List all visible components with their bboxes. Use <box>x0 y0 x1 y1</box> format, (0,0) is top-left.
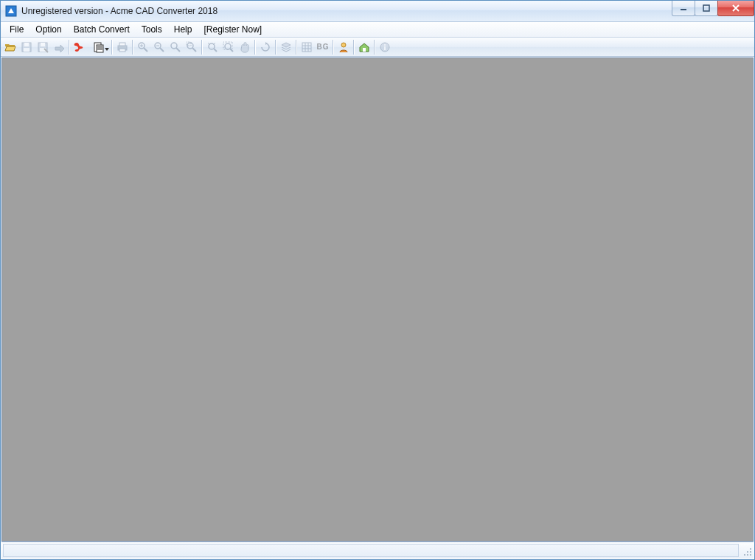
bg-icon: BG <box>317 43 330 51</box>
svg-point-16 <box>171 43 177 49</box>
zoom-selection-icon <box>223 41 234 53</box>
close-icon <box>731 4 740 12</box>
zoom-window-button[interactable] <box>184 39 200 55</box>
menu-batch-convert[interactable]: Batch Convert <box>68 23 136 36</box>
export-button[interactable] <box>51 39 67 55</box>
svg-rect-7 <box>41 43 45 46</box>
toolbar-separator <box>201 40 203 55</box>
zoom-out-button[interactable] <box>151 39 167 55</box>
app-icon <box>5 5 17 17</box>
titlebar[interactable]: Unregistered version - Acme CAD Converte… <box>1 1 754 22</box>
rotate-button[interactable] <box>257 39 274 55</box>
resize-grip-icon <box>742 546 752 556</box>
toolbar-separator <box>132 40 133 55</box>
menu-help[interactable]: Help <box>168 23 198 36</box>
svg-point-20 <box>225 43 231 49</box>
layers-icon <box>280 41 292 53</box>
svg-rect-22 <box>302 43 311 52</box>
zoom-icon <box>170 41 181 53</box>
toolbar-separator <box>296 40 297 55</box>
zoom-extents-button[interactable] <box>204 39 220 55</box>
window-title: Unregistered version - Acme CAD Converte… <box>21 6 218 16</box>
svg-point-30 <box>747 551 748 553</box>
svg-point-29 <box>750 551 751 553</box>
export-icon <box>53 41 65 53</box>
statusbar <box>1 542 754 559</box>
grid-button[interactable] <box>299 39 315 55</box>
menu-file[interactable]: File <box>4 23 29 36</box>
svg-rect-2 <box>703 5 709 11</box>
maximize-icon <box>703 4 710 12</box>
svg-rect-24 <box>363 48 366 52</box>
zoom-in-button[interactable] <box>135 39 151 55</box>
pan-button[interactable] <box>237 39 253 55</box>
convert-button[interactable] <box>88 39 110 55</box>
print-icon <box>116 41 128 53</box>
print-button[interactable] <box>114 39 131 55</box>
minimize-button[interactable] <box>672 1 695 16</box>
layers-button[interactable] <box>278 39 294 55</box>
chevron-down-icon <box>105 48 109 51</box>
zoom-out-icon <box>153 41 165 53</box>
svg-rect-5 <box>24 48 29 52</box>
svg-point-28 <box>750 548 751 550</box>
zoom-extents-icon <box>206 41 218 53</box>
convert-icon <box>93 41 105 53</box>
about-button[interactable] <box>377 39 393 55</box>
about-icon <box>379 41 391 53</box>
toolbar-separator <box>374 40 375 55</box>
zoom-in-icon <box>137 41 149 53</box>
pdf-button[interactable] <box>72 39 88 55</box>
toolbar-separator <box>69 40 70 55</box>
app-window: Unregistered version - Acme CAD Converte… <box>0 0 755 560</box>
toolbar-separator <box>353 40 355 55</box>
resize-grip[interactable] <box>740 545 752 556</box>
svg-point-31 <box>750 554 751 556</box>
zoom-window-icon <box>186 41 198 53</box>
toolbar-separator <box>254 40 256 55</box>
home-button[interactable] <box>356 39 372 55</box>
pdf-icon <box>74 41 86 53</box>
svg-rect-4 <box>24 43 29 46</box>
save-button[interactable] <box>18 39 35 55</box>
toolbar-separator <box>111 40 113 55</box>
workspace-container <box>1 57 754 559</box>
user-icon <box>338 41 349 53</box>
home-icon <box>358 41 370 53</box>
svg-rect-12 <box>119 43 125 46</box>
save-as-icon <box>37 41 49 53</box>
toolbar-separator <box>275 40 276 55</box>
status-text <box>3 544 739 557</box>
svg-rect-13 <box>119 49 125 52</box>
svg-point-32 <box>747 554 748 556</box>
menu-register-now[interactable]: [Register Now] <box>198 23 268 36</box>
user-button[interactable] <box>335 39 352 55</box>
grid-icon <box>301 41 313 53</box>
svg-point-23 <box>341 43 346 47</box>
toolbar-separator <box>333 40 334 55</box>
close-button[interactable] <box>717 1 754 16</box>
svg-point-33 <box>744 554 745 556</box>
svg-point-26 <box>384 44 386 46</box>
workspace[interactable] <box>1 57 754 542</box>
save-as-button[interactable] <box>35 39 51 55</box>
zoom-button[interactable] <box>167 39 184 55</box>
zoom-selection-button[interactable] <box>220 39 237 55</box>
pan-icon <box>239 41 251 53</box>
save-icon <box>21 41 32 53</box>
open-icon <box>4 41 16 53</box>
window-controls <box>672 1 754 15</box>
toolbar: BG <box>1 38 754 57</box>
minimize-icon <box>680 4 687 12</box>
bg-button[interactable]: BG <box>315 39 331 55</box>
menu-option[interactable]: Option <box>29 23 67 36</box>
rotate-icon <box>260 41 271 53</box>
maximize-button[interactable] <box>695 1 718 16</box>
svg-rect-27 <box>384 46 386 50</box>
menu-tools[interactable]: Tools <box>136 23 168 36</box>
open-button[interactable] <box>2 39 18 55</box>
menubar: File Option Batch Convert Tools Help [Re… <box>1 22 754 38</box>
